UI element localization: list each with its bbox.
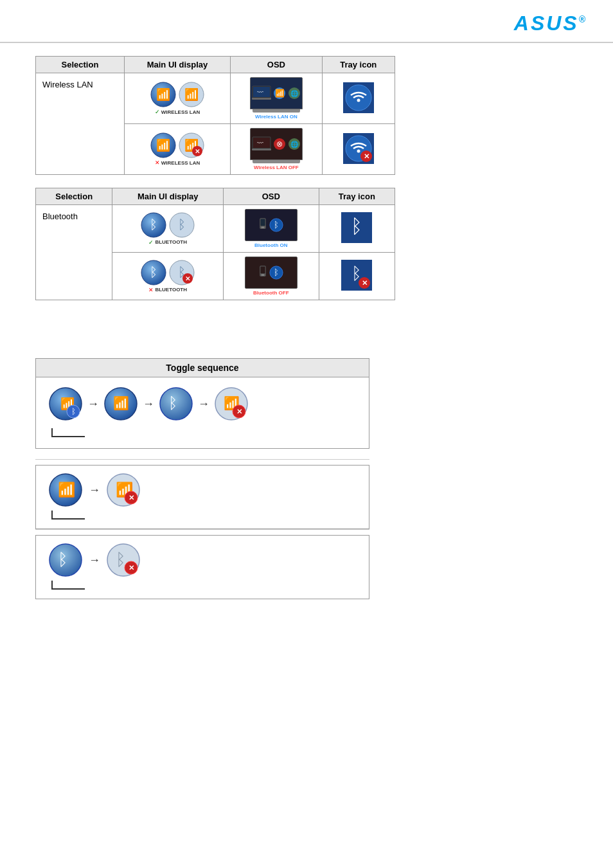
toggle-state-2: 📶 xyxy=(104,387,138,420)
wlan-on-osd: 〰 📶 🌐 xyxy=(231,73,322,124)
bt-on-osd-label: Bluetooth ON xyxy=(254,242,288,248)
asus-logo: ASUS® xyxy=(514,12,587,35)
col-main-ui-2: Main UI display xyxy=(112,188,224,205)
osd-bt-off-icon: ᛒ xyxy=(269,266,283,280)
svg-text:📶: 📶 xyxy=(113,395,129,411)
svg-point-31 xyxy=(357,149,360,152)
bt-active-icon-2: ᛒ xyxy=(169,212,195,238)
bt-on-osd: ᛒ Bluetooth ON xyxy=(224,205,319,253)
bt-only-off: ᛒ ✕ xyxy=(107,543,140,577)
toggle-header: Toggle sequence xyxy=(35,358,369,377)
svg-text:ᛒ: ᛒ xyxy=(150,265,157,279)
wireless-lan-table: Selection Main UI display OSD Tray icon … xyxy=(35,56,395,175)
svg-rect-6 xyxy=(252,98,271,100)
wlan-active-icon: 📶 xyxy=(150,82,176,107)
bt-inactive-icon: ᛒ xyxy=(141,260,166,285)
svg-text:⊗: ⊗ xyxy=(276,140,283,149)
bt-on-tray: ᛒ xyxy=(319,205,395,253)
wlan-on-tray xyxy=(322,73,395,124)
svg-text:✕: ✕ xyxy=(129,494,134,502)
bt-arrow: → xyxy=(89,554,100,567)
arrow-3: → xyxy=(198,397,209,411)
arrow-1: → xyxy=(87,397,99,411)
bt-active-icon: ᛒ xyxy=(141,212,166,238)
tray-wlan-on-icon xyxy=(343,82,374,113)
svg-point-14 xyxy=(357,98,360,102)
wlan-off-osd-label: Wireless LAN OFF xyxy=(254,165,299,170)
osd-network-icon: 🌐 xyxy=(288,87,301,100)
col-osd-2: OSD xyxy=(224,188,319,205)
osd-stop-icon: ⊗ xyxy=(273,138,286,150)
svg-text:📶: 📶 xyxy=(156,87,171,102)
svg-text:📶: 📶 xyxy=(156,138,171,152)
bt-off-osd: ᛒ Bluetooth OFF xyxy=(224,253,319,300)
svg-text:ᛒ: ᛒ xyxy=(150,217,157,231)
svg-text:✕: ✕ xyxy=(195,148,200,155)
osd-wifi-icon: 📶 xyxy=(273,87,286,100)
bt-label: Bluetooth xyxy=(36,205,112,300)
bt-on-row: Bluetooth xyxy=(36,205,395,253)
bt-inactive-icon-2: ᛒ ✕ xyxy=(169,260,195,285)
svg-text:ᛒ: ᛒ xyxy=(116,550,126,569)
wlan-on-osd-label: Wireless LAN ON xyxy=(255,114,298,120)
svg-text:📶: 📶 xyxy=(58,481,76,498)
bt-on-main-ui: ᛒ ᛒ ✓ BLUETOO xyxy=(112,205,224,253)
main-content: Selection Main UI display OSD Tray icon … xyxy=(0,56,613,599)
bt-only-section: ᛒ → ᛒ ✕ xyxy=(35,535,369,599)
arrow-2: → xyxy=(143,397,154,411)
toggle-state-1: 📶 ᛒ xyxy=(49,387,82,420)
col-osd-1: OSD xyxy=(231,57,322,73)
svg-rect-39 xyxy=(260,219,265,226)
svg-text:✕: ✕ xyxy=(362,279,368,287)
svg-rect-54 xyxy=(261,274,264,275)
svg-text:ᛒ: ᛒ xyxy=(178,217,186,231)
svg-text:📶: 📶 xyxy=(274,88,284,98)
tray-bt-off-icon: ᛒ ✕ xyxy=(341,260,372,291)
page-header: ASUS® xyxy=(0,0,613,43)
wlan-off-osd: 〰 ⊗ 🌐 xyxy=(231,124,322,175)
svg-text:✕: ✕ xyxy=(363,152,369,160)
col-tray-2: Tray icon xyxy=(319,188,395,205)
svg-rect-23 xyxy=(252,149,271,150)
osd-laptop-icon: 〰 xyxy=(252,86,271,101)
tray-bt-on-icon: ᛒ xyxy=(341,212,372,243)
wlan-label: Wireless LAN xyxy=(36,73,125,175)
svg-text:ᛒ: ᛒ xyxy=(274,220,279,230)
wlan-inactive-icon: 📶 xyxy=(150,132,176,158)
svg-point-13 xyxy=(346,85,371,111)
bt-off-osd-label: Bluetooth OFF xyxy=(253,290,289,296)
tray-wlan-off-icon: ✕ xyxy=(343,133,374,164)
col-selection-2: Selection xyxy=(36,188,112,205)
svg-text:ᛒ: ᛒ xyxy=(351,215,362,237)
svg-rect-40 xyxy=(261,226,264,228)
wlan-only-section: 📶 → 📶 ✕ xyxy=(35,465,369,529)
svg-text:〰: 〰 xyxy=(257,89,263,96)
wlan-on-main-ui: 📶 📶 ✓ xyxy=(124,73,230,124)
bt-only-on: ᛒ xyxy=(49,543,82,577)
col-main-ui-1: Main UI display xyxy=(124,57,230,73)
wlan-arrow: → xyxy=(89,484,100,497)
osd-headset-icon xyxy=(259,218,267,232)
svg-text:🌐: 🌐 xyxy=(290,140,299,149)
wlan-only-on: 📶 xyxy=(49,473,82,507)
svg-text:ᛒ: ᛒ xyxy=(71,407,76,416)
osd-laptop-off-icon: 〰 xyxy=(252,136,271,152)
svg-text:✕: ✕ xyxy=(129,564,134,572)
bt-off-main-ui: ᛒ ᛒ ✕ xyxy=(112,253,224,300)
bt-off-tray: ᛒ ✕ xyxy=(319,253,395,300)
bluetooth-table: Selection Main UI display OSD Tray icon … xyxy=(35,188,395,300)
osd-bt-on-icon: ᛒ xyxy=(269,218,283,232)
osd-headset-off-icon xyxy=(259,266,267,280)
svg-text:ᛒ: ᛒ xyxy=(58,550,68,569)
toggle-title: Toggle sequence xyxy=(166,363,238,373)
svg-text:✕: ✕ xyxy=(185,275,190,282)
svg-rect-53 xyxy=(260,266,265,273)
toggle-body: 📶 ᛒ → xyxy=(35,377,369,449)
wlan-off-main-ui: 📶 📶 ✕ xyxy=(124,124,230,175)
wlan-only-off: 📶 ✕ xyxy=(107,473,140,507)
svg-text:ᛒ: ᛒ xyxy=(274,267,279,277)
svg-text:🌐: 🌐 xyxy=(290,89,299,98)
wlan-on-row: Wireless LAN xyxy=(36,73,395,124)
toggle-state-3: ᛒ xyxy=(159,387,193,420)
wlan-active-icon-2: 📶 xyxy=(179,82,204,107)
